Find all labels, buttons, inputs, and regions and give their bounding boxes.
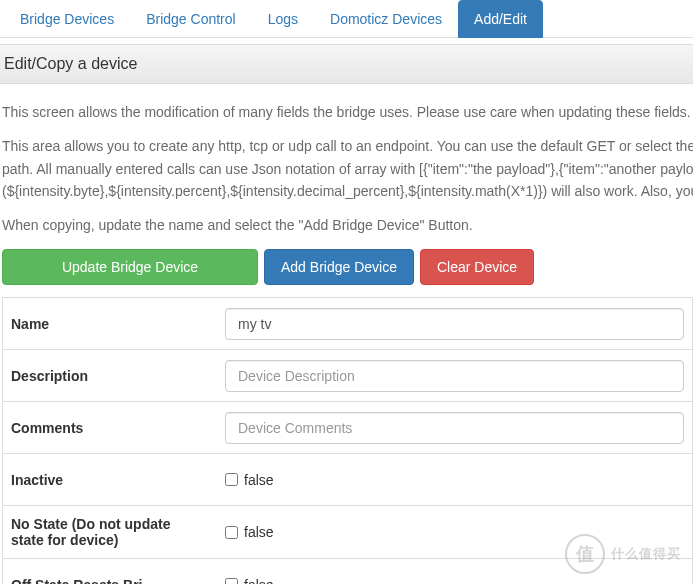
comments-input[interactable] (225, 412, 684, 444)
inactive-label: Inactive (3, 462, 209, 498)
description-text-4: (${intensity.byte},${intensity.percent},… (2, 181, 693, 201)
description-label: Description (3, 358, 209, 394)
inactive-checkbox[interactable] (225, 473, 238, 486)
panel-title: Edit/Copy a device (0, 44, 693, 84)
name-label: Name (3, 306, 209, 342)
name-input[interactable] (225, 308, 684, 340)
add-bridge-device-button[interactable]: Add Bridge Device (264, 249, 414, 285)
clear-device-button[interactable]: Clear Device (420, 249, 534, 285)
description-text-1: This screen allows the modification of m… (2, 102, 693, 122)
nostate-value: false (244, 524, 274, 540)
device-form: Name Description Comments Inactive false (2, 297, 693, 584)
nostate-label: No State (Do not update state for device… (3, 506, 209, 558)
description-input[interactable] (225, 360, 684, 392)
tab-add-edit[interactable]: Add/Edit (458, 0, 543, 38)
offstate-value: false (244, 577, 274, 584)
comments-label: Comments (3, 410, 209, 446)
nav-tabs: Bridge Devices Bridge Control Logs Domot… (0, 0, 693, 38)
description-text-5: When copying, update the name and select… (2, 215, 693, 235)
update-bridge-device-button[interactable]: Update Bridge Device (2, 249, 258, 285)
tab-domoticz-devices[interactable]: Domoticz Devices (314, 0, 458, 38)
button-row: Update Bridge Device Add Bridge Device C… (2, 249, 693, 285)
description-text-3: path. All manually entered calls can use… (2, 159, 693, 179)
tab-logs[interactable]: Logs (252, 0, 314, 38)
description-text-2: This area allows you to create any http,… (2, 136, 693, 156)
tab-bridge-devices[interactable]: Bridge Devices (4, 0, 130, 38)
inactive-value: false (244, 472, 274, 488)
tab-bridge-control[interactable]: Bridge Control (130, 0, 252, 38)
offstate-label: Off State Resets Bri (3, 567, 209, 584)
nostate-checkbox[interactable] (225, 526, 238, 539)
offstate-checkbox[interactable] (225, 578, 238, 584)
